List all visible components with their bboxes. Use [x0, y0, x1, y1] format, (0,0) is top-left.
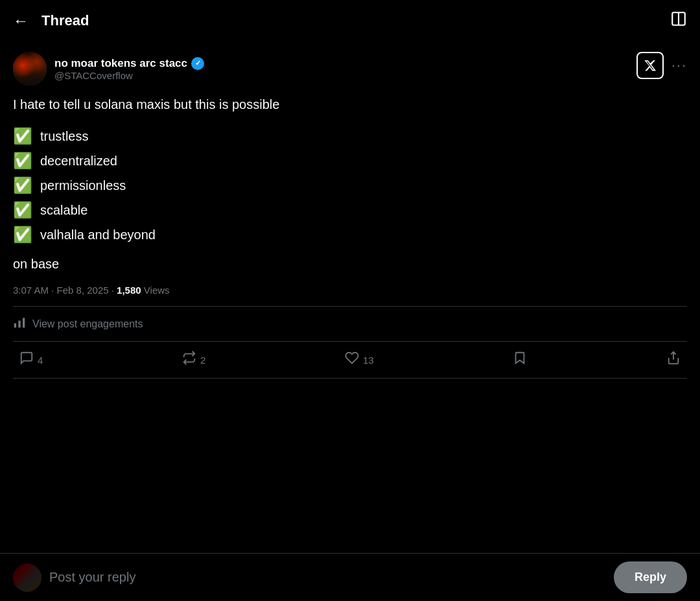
engagements-label: View post engagements	[32, 318, 143, 330]
like-action[interactable]: 13	[345, 351, 374, 369]
checklist-label: scalable	[40, 203, 88, 218]
views-count: 1,580	[117, 285, 141, 296]
header: ← Thread	[0, 0, 700, 41]
user-text: no moar tokens arc stacc ✓ @STACCoverflo…	[54, 57, 204, 81]
retweet-icon	[182, 351, 196, 369]
timestamp-text: 3:07 AM · Feb 8, 2025 ·	[13, 285, 117, 296]
list-item: ✅ trustless	[13, 127, 687, 145]
reply-bar: Post your reply Reply	[0, 553, 700, 601]
like-count: 13	[363, 355, 374, 366]
reply-placeholder[interactable]: Post your reply	[49, 570, 135, 585]
user-actions: ···	[636, 52, 687, 79]
view-engagements-button[interactable]: View post engagements	[13, 307, 687, 341]
verified-icon: ✓	[191, 57, 204, 70]
reply-icon	[19, 351, 34, 369]
chart-icon	[13, 316, 26, 332]
share-action[interactable]	[666, 351, 681, 369]
retweet-action[interactable]: 2	[182, 351, 205, 369]
list-item: ✅ decentralized	[13, 152, 687, 170]
list-item: ✅ permissionless	[13, 176, 687, 194]
list-item: ✅ valhalla and beyond	[13, 226, 687, 244]
checklist-label: permissionless	[40, 178, 126, 193]
reply-action[interactable]: 4	[19, 351, 43, 369]
reply-button[interactable]: Reply	[614, 561, 687, 593]
tweet-timestamp: 3:07 AM · Feb 8, 2025 · 1,580 Views	[13, 285, 687, 296]
check-icon: ✅	[13, 176, 32, 194]
svg-rect-2	[14, 324, 16, 328]
checklist-label: decentralized	[40, 154, 117, 169]
views-label: Views	[141, 285, 170, 296]
svg-rect-4	[23, 318, 25, 327]
action-bar: 4 2 13	[13, 342, 687, 378]
reply-avatar	[13, 563, 41, 592]
book-icon[interactable]	[670, 10, 687, 31]
bookmark-action[interactable]	[513, 351, 527, 369]
checklist-label: valhalla and beyond	[40, 228, 156, 242]
retweet-count: 2	[200, 355, 205, 366]
tweet-outro-text: on base	[13, 257, 687, 272]
more-options-button[interactable]: ···	[671, 57, 687, 74]
user-handle[interactable]: @STACCoverflow	[54, 70, 204, 81]
like-icon	[345, 351, 359, 369]
divider-bottom	[13, 378, 687, 379]
check-icon: ✅	[13, 152, 32, 170]
check-icon: ✅	[13, 226, 32, 244]
tweet-intro-text: I hate to tell u solana maxis but this i…	[13, 95, 687, 114]
list-item: ✅ scalable	[13, 201, 687, 219]
display-name[interactable]: no moar tokens arc stacc	[54, 57, 187, 70]
checklist-label: trustless	[40, 129, 88, 144]
bookmark-icon	[513, 351, 527, 369]
header-left: ← Thread	[13, 12, 89, 30]
share-icon	[666, 351, 681, 369]
reply-input-area[interactable]: Post your reply	[13, 563, 614, 592]
check-icon: ✅	[13, 127, 32, 145]
username-row: no moar tokens arc stacc ✓	[54, 57, 204, 70]
back-button[interactable]: ←	[13, 12, 29, 30]
user-info: no moar tokens arc stacc ✓ @STACCoverflo…	[13, 52, 204, 86]
tweet-container: no moar tokens arc stacc ✓ @STACCoverflo…	[0, 41, 700, 389]
page-title: Thread	[41, 12, 89, 29]
reply-count: 4	[38, 355, 43, 366]
svg-rect-3	[18, 321, 20, 328]
check-icon: ✅	[13, 201, 32, 219]
checklist: ✅ trustless ✅ decentralized ✅ permission…	[13, 127, 687, 244]
x-brand-button[interactable]	[636, 52, 664, 79]
user-row: no moar tokens arc stacc ✓ @STACCoverflo…	[13, 52, 687, 86]
avatar[interactable]	[13, 52, 47, 86]
